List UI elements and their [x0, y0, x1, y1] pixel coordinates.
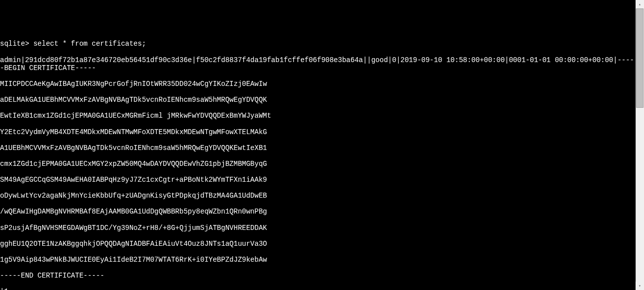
cert1-end: -----END CERTIFICATE----- — [0, 272, 636, 280]
cert1-line: SM49AgEGCCqGSM49AwEHA0IABPqHz9yJ7Zc1cxCg… — [0, 176, 636, 184]
cert1-line: aDELMAkGA1UEBhMCVVMxFzAVBgNVBAgTDk5vcnRo… — [0, 96, 636, 104]
scrollbar-track[interactable]: ▴ ▾ — [636, 0, 644, 290]
cert1-line: 1g5V9Aip843wPNkBJWUCIE0EyAi1IdeB2I7M07WT… — [0, 256, 636, 264]
cert1-line: MIICPDCCAeKgAwIBAgIUKR3NgPcrGofjRnIOtWRR… — [0, 80, 636, 88]
cert1-line: oDywLwtYcv2agaNkjMnYcieKbbUfq+zUADgnKisy… — [0, 192, 636, 200]
cert1-line: cmx1ZGd1cjEPMA0GA1UECxMGY2xpZW50MQ4wDAYD… — [0, 160, 636, 168]
cert1-line: Y2Etc2VydmVyMB4XDTE4MDkxMDEwNTMwMFoXDTE5… — [0, 128, 636, 136]
scrollbar-arrow-up-icon[interactable]: ▴ — [636, 0, 644, 8]
cert1-line: /wQEAwIHgDAMBgNVHRMBAf8EAjAAMB0GA1UdDgQW… — [0, 208, 636, 216]
scrollbar-thumb[interactable] — [636, 8, 644, 108]
terminal-output[interactable]: sqlite> select * from certificates; admi… — [0, 32, 636, 290]
scrollbar-arrow-down-icon[interactable]: ▾ — [636, 282, 644, 290]
cert1-line: A1UEBhMCVVMxFzAVBgNVBAgTDk5vcnRoIENhcm9s… — [0, 144, 636, 152]
cert1-line: sP2usjAfBgNVHSMEGDAWgBT1DC/Yg39NoZ+rH8/+… — [0, 224, 636, 232]
sql-prompt-line: sqlite> select * from certificates; — [0, 40, 636, 48]
row1-meta: admin|291dcd80f72b1a87e346720eb56451df90… — [0, 56, 636, 72]
cert1-line: EwtIeXB1cmx1ZGd1cjEPMA0GA1UECxMGRmFicml … — [0, 112, 636, 120]
row1-tail: |1 — [0, 288, 636, 290]
cert1-line: gghEU1Q2OTE1NzAKBggqhkjOPQQDAgNIADBFAiEA… — [0, 240, 636, 248]
